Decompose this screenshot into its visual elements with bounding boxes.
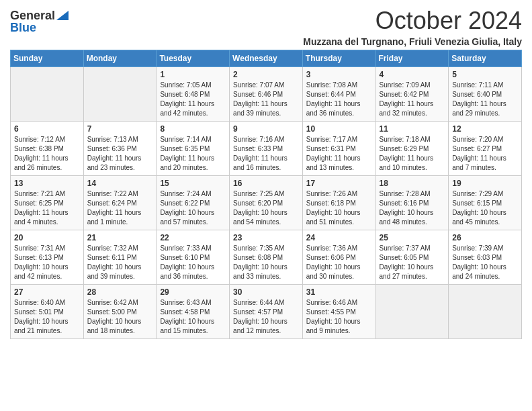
day-header-monday: Monday [83, 50, 157, 67]
day-info: Sunrise: 7:37 AM Sunset: 6:05 PM Dayligh… [380, 244, 445, 281]
calendar-cell: 11Sunrise: 7:18 AM Sunset: 6:29 PM Dayli… [375, 122, 449, 176]
calendar-cell [83, 67, 157, 122]
day-info: Sunrise: 7:39 AM Sunset: 6:03 PM Dayligh… [452, 244, 518, 281]
calendar-header-row: SundayMondayTuesdayWednesdayThursdayFrid… [11, 50, 522, 67]
day-info: Sunrise: 6:46 AM Sunset: 4:55 PM Dayligh… [306, 298, 372, 336]
day-info: Sunrise: 7:28 AM Sunset: 6:16 PM Dayligh… [380, 189, 445, 227]
calendar-cell: 12Sunrise: 7:20 AM Sunset: 6:27 PM Dayli… [449, 122, 522, 176]
day-header-thursday: Thursday [302, 50, 375, 67]
day-number: 8 [160, 124, 226, 134]
week-row-5: 27Sunrise: 6:40 AM Sunset: 5:01 PM Dayli… [11, 285, 522, 339]
day-number: 4 [380, 70, 445, 79]
day-info: Sunrise: 6:40 AM Sunset: 5:01 PM Dayligh… [14, 298, 80, 336]
day-info: Sunrise: 7:35 AM Sunset: 6:08 PM Dayligh… [233, 244, 299, 281]
logo: General Blue [10, 9, 69, 34]
day-info: Sunrise: 7:16 AM Sunset: 6:33 PM Dayligh… [233, 135, 299, 173]
calendar-cell: 21Sunrise: 7:32 AM Sunset: 6:11 PM Dayli… [83, 230, 157, 285]
day-number: 26 [452, 233, 518, 242]
calendar-cell: 27Sunrise: 6:40 AM Sunset: 5:01 PM Dayli… [11, 285, 84, 339]
location-title: Muzzana del Turgnano, Friuli Venezia Giu… [303, 36, 522, 47]
calendar-cell: 31Sunrise: 6:46 AM Sunset: 4:55 PM Dayli… [302, 285, 375, 339]
day-number: 13 [14, 179, 80, 188]
day-info: Sunrise: 7:24 AM Sunset: 6:22 PM Dayligh… [160, 189, 226, 227]
day-number: 6 [14, 124, 80, 134]
calendar-cell: 28Sunrise: 6:42 AM Sunset: 5:00 PM Dayli… [83, 285, 157, 339]
calendar-cell: 26Sunrise: 7:39 AM Sunset: 6:03 PM Dayli… [449, 230, 522, 285]
calendar-cell: 10Sunrise: 7:17 AM Sunset: 6:31 PM Dayli… [302, 122, 375, 176]
logo-blue: Blue [10, 21, 36, 34]
title-block: October 2024 Muzzana del Turgnano, Friul… [303, 7, 522, 47]
day-number: 11 [380, 124, 445, 134]
day-info: Sunrise: 6:42 AM Sunset: 5:00 PM Dayligh… [87, 298, 153, 336]
day-info: Sunrise: 7:21 AM Sunset: 6:25 PM Dayligh… [14, 189, 80, 227]
day-header-tuesday: Tuesday [157, 50, 230, 67]
week-row-4: 20Sunrise: 7:31 AM Sunset: 6:13 PM Dayli… [11, 230, 522, 285]
day-number: 1 [160, 70, 226, 79]
day-number: 28 [87, 287, 153, 297]
week-row-3: 13Sunrise: 7:21 AM Sunset: 6:25 PM Dayli… [11, 176, 522, 230]
day-number: 25 [380, 233, 445, 242]
day-number: 9 [233, 124, 299, 134]
calendar-cell: 3Sunrise: 7:08 AM Sunset: 6:44 PM Daylig… [302, 67, 375, 122]
calendar-cell [449, 285, 522, 339]
day-info: Sunrise: 7:22 AM Sunset: 6:24 PM Dayligh… [87, 189, 153, 227]
calendar-cell: 1Sunrise: 7:05 AM Sunset: 6:48 PM Daylig… [157, 67, 230, 122]
calendar-table: SundayMondayTuesdayWednesdayThursdayFrid… [10, 50, 522, 339]
month-title: October 2024 [303, 7, 522, 35]
day-number: 16 [233, 179, 299, 188]
day-info: Sunrise: 7:12 AM Sunset: 6:38 PM Dayligh… [14, 135, 80, 173]
day-number: 20 [14, 233, 80, 242]
day-number: 22 [160, 233, 226, 242]
day-header-friday: Friday [375, 50, 449, 67]
day-info: Sunrise: 7:17 AM Sunset: 6:31 PM Dayligh… [306, 135, 372, 173]
day-number: 17 [306, 179, 372, 188]
calendar-cell: 17Sunrise: 7:26 AM Sunset: 6:18 PM Dayli… [302, 176, 375, 230]
day-info: Sunrise: 7:11 AM Sunset: 6:40 PM Dayligh… [452, 81, 518, 118]
calendar-cell: 18Sunrise: 7:28 AM Sunset: 6:16 PM Dayli… [375, 176, 449, 230]
calendar-cell: 16Sunrise: 7:25 AM Sunset: 6:20 PM Dayli… [230, 176, 303, 230]
calendar-cell: 8Sunrise: 7:14 AM Sunset: 6:35 PM Daylig… [157, 122, 230, 176]
day-number: 24 [306, 233, 372, 242]
day-number: 18 [380, 179, 445, 188]
calendar-cell: 25Sunrise: 7:37 AM Sunset: 6:05 PM Dayli… [375, 230, 449, 285]
day-header-saturday: Saturday [449, 50, 522, 67]
week-row-2: 6Sunrise: 7:12 AM Sunset: 6:38 PM Daylig… [11, 122, 522, 176]
calendar-cell: 29Sunrise: 6:43 AM Sunset: 4:58 PM Dayli… [157, 285, 230, 339]
day-number: 3 [306, 70, 372, 79]
day-number: 31 [306, 287, 372, 297]
calendar-cell [375, 285, 449, 339]
calendar-cell: 6Sunrise: 7:12 AM Sunset: 6:38 PM Daylig… [11, 122, 84, 176]
day-info: Sunrise: 7:09 AM Sunset: 6:42 PM Dayligh… [380, 81, 445, 118]
calendar-cell: 23Sunrise: 7:35 AM Sunset: 6:08 PM Dayli… [230, 230, 303, 285]
day-number: 5 [452, 70, 518, 79]
day-number: 23 [233, 233, 299, 242]
calendar-cell: 20Sunrise: 7:31 AM Sunset: 6:13 PM Dayli… [11, 230, 84, 285]
day-info: Sunrise: 7:29 AM Sunset: 6:15 PM Dayligh… [452, 189, 518, 227]
day-number: 27 [14, 287, 80, 297]
day-number: 2 [233, 70, 299, 79]
day-header-sunday: Sunday [11, 50, 84, 67]
calendar-cell: 19Sunrise: 7:29 AM Sunset: 6:15 PM Dayli… [449, 176, 522, 230]
day-number: 10 [306, 124, 372, 134]
day-info: Sunrise: 6:44 AM Sunset: 4:57 PM Dayligh… [233, 298, 299, 336]
calendar-cell: 22Sunrise: 7:33 AM Sunset: 6:10 PM Dayli… [157, 230, 230, 285]
calendar-cell: 9Sunrise: 7:16 AM Sunset: 6:33 PM Daylig… [230, 122, 303, 176]
day-info: Sunrise: 7:26 AM Sunset: 6:18 PM Dayligh… [306, 189, 372, 227]
day-number: 30 [233, 287, 299, 297]
day-number: 15 [160, 179, 226, 188]
day-number: 19 [452, 179, 518, 188]
day-info: Sunrise: 7:31 AM Sunset: 6:13 PM Dayligh… [14, 244, 80, 281]
calendar-cell: 15Sunrise: 7:24 AM Sunset: 6:22 PM Dayli… [157, 176, 230, 230]
calendar-cell: 5Sunrise: 7:11 AM Sunset: 6:40 PM Daylig… [449, 67, 522, 122]
day-info: Sunrise: 7:14 AM Sunset: 6:35 PM Dayligh… [160, 135, 226, 173]
day-number: 21 [87, 233, 153, 242]
day-number: 7 [87, 124, 153, 134]
day-number: 29 [160, 287, 226, 297]
logo-general: General [10, 9, 55, 21]
week-row-1: 1Sunrise: 7:05 AM Sunset: 6:48 PM Daylig… [11, 67, 522, 122]
calendar-cell: 24Sunrise: 7:36 AM Sunset: 6:06 PM Dayli… [302, 230, 375, 285]
calendar-cell: 30Sunrise: 6:44 AM Sunset: 4:57 PM Dayli… [230, 285, 303, 339]
calendar-cell: 4Sunrise: 7:09 AM Sunset: 6:42 PM Daylig… [375, 67, 449, 122]
day-info: Sunrise: 6:43 AM Sunset: 4:58 PM Dayligh… [160, 298, 226, 336]
day-info: Sunrise: 7:18 AM Sunset: 6:29 PM Dayligh… [380, 135, 445, 173]
